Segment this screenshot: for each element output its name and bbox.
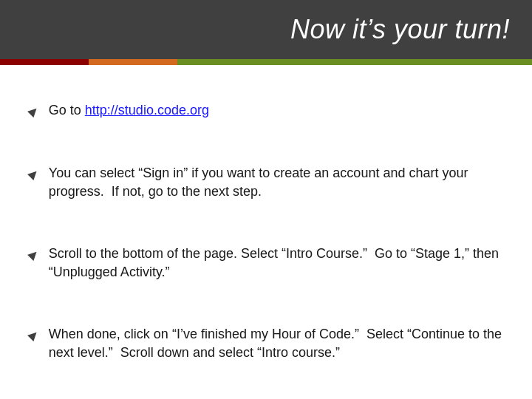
header: Now it’s your turn! xyxy=(0,0,532,59)
content-area: ▲ Go to http://studio.code.org ▲ You can… xyxy=(0,65,532,399)
bullet-item-2: ▲ You can select “Sign in” if you want t… xyxy=(27,164,505,201)
bullet-arrow-icon-3: ▲ xyxy=(23,243,45,265)
bullet-item-1: ▲ Go to http://studio.code.org xyxy=(27,101,505,120)
studio-code-link[interactable]: http://studio.code.org xyxy=(85,103,209,117)
slide: Now it’s your turn! ▲ Go to http://studi… xyxy=(0,0,532,399)
bullet-text-1: Go to http://studio.code.org xyxy=(49,101,209,120)
slide-title: Now it’s your turn! xyxy=(290,14,510,45)
color-bar-segment-2 xyxy=(89,59,177,65)
bullet-text-4: When done, click on “I’ve finished my Ho… xyxy=(49,325,505,362)
color-bar-segment-3 xyxy=(177,59,532,65)
color-bar xyxy=(0,59,532,65)
bullet-arrow-icon-2: ▲ xyxy=(23,163,45,185)
bullet-arrow-icon-4: ▲ xyxy=(23,324,45,347)
bullet-text-2: You can select “Sign in” if you want to … xyxy=(49,164,505,201)
color-bar-segment-1 xyxy=(0,59,89,65)
bullet-item-4: ▲ When done, click on “I’ve finished my … xyxy=(27,325,505,362)
bullet-arrow-icon-1: ▲ xyxy=(23,100,45,123)
bullet-text-3: Scroll to the bottom of the page. Select… xyxy=(49,245,505,282)
bullet-item-3: ▲ Scroll to the bottom of the page. Sele… xyxy=(27,245,505,282)
